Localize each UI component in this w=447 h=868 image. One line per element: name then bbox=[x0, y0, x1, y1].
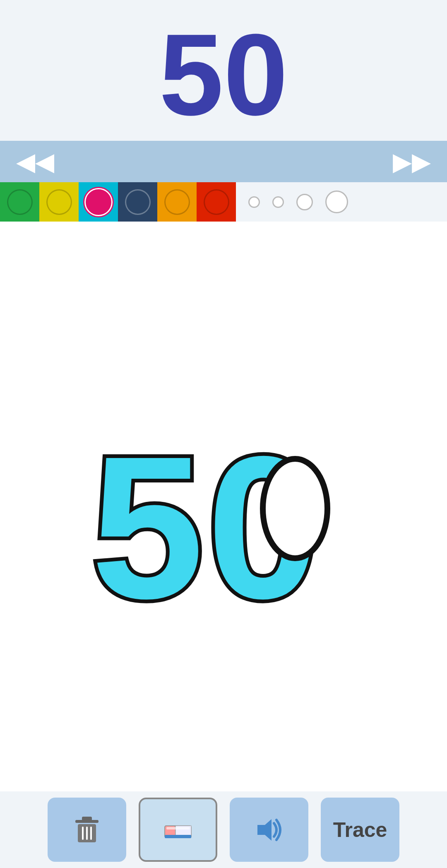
trash-icon bbox=[70, 813, 103, 846]
swatch-yellow[interactable] bbox=[39, 182, 79, 222]
page-dot-1[interactable] bbox=[248, 196, 260, 208]
nav-spacer bbox=[70, 141, 377, 182]
palette-row bbox=[0, 182, 447, 222]
color-swatches bbox=[0, 182, 236, 222]
sound-icon bbox=[252, 813, 286, 846]
page-dots bbox=[248, 190, 348, 213]
clear-button[interactable] bbox=[48, 798, 126, 862]
page-dot-3[interactable] bbox=[296, 194, 313, 210]
nav-row: ◀◀ ▶▶ bbox=[0, 141, 447, 182]
prev-arrow-icon: ◀◀ bbox=[16, 147, 54, 176]
next-arrow-icon: ▶▶ bbox=[393, 147, 431, 176]
page-dot-4[interactable] bbox=[325, 190, 348, 213]
prev-button[interactable]: ◀◀ bbox=[0, 141, 70, 182]
svg-rect-3 bbox=[82, 817, 92, 821]
eraser-button[interactable] bbox=[139, 798, 217, 862]
svg-marker-13 bbox=[257, 819, 272, 841]
bottom-toolbar: Trace bbox=[0, 791, 447, 868]
number-display-header: 50 bbox=[159, 17, 288, 133]
swatch-red[interactable] bbox=[197, 182, 236, 222]
eraser-icon bbox=[161, 813, 195, 846]
page-dot-2[interactable] bbox=[272, 196, 284, 208]
next-button[interactable]: ▶▶ bbox=[377, 141, 447, 182]
sound-button[interactable] bbox=[230, 798, 308, 862]
digit-5: 5 bbox=[91, 414, 199, 614]
zero-hole bbox=[263, 459, 327, 558]
swatch-darkblue[interactable] bbox=[118, 182, 157, 222]
swatch-green[interactable] bbox=[0, 182, 39, 222]
drawing-canvas[interactable]: 5 0 bbox=[0, 222, 447, 791]
svg-text:5: 5 bbox=[91, 414, 199, 614]
app: 50 ◀◀ ▶▶ bbox=[0, 0, 447, 868]
trace-label: Trace bbox=[333, 818, 387, 842]
svg-rect-11 bbox=[165, 835, 191, 838]
swatch-cyan[interactable] bbox=[79, 182, 118, 222]
swatch-orange[interactable] bbox=[157, 182, 197, 222]
header: 50 bbox=[0, 0, 447, 141]
svg-rect-12 bbox=[166, 827, 190, 829]
trace-button[interactable]: Trace bbox=[321, 798, 399, 862]
number-50-svg: 5 0 bbox=[79, 399, 368, 614]
